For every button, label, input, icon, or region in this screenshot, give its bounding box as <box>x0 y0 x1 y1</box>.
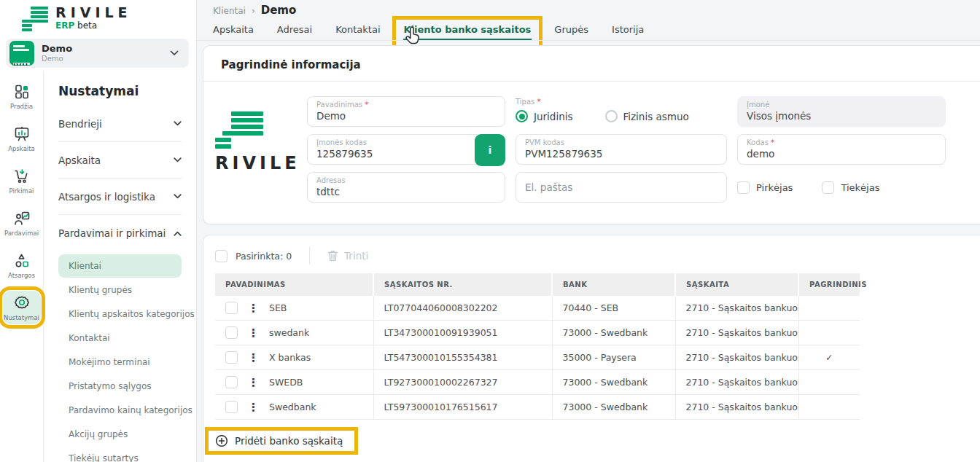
tab-0[interactable]: Apskaita <box>213 24 254 35</box>
pagrindinis-cell <box>798 395 860 420</box>
tab-2[interactable]: Kontaktai <box>335 24 380 35</box>
pirkejas-checkbox[interactable]: Pirkėjas <box>737 181 793 194</box>
kebab-menu-icon[interactable]: ⋮ <box>248 377 259 388</box>
pagrindinis-cell <box>798 321 860 345</box>
menu-section-3[interactable]: Pardavimai ir pirkimai <box>58 215 182 251</box>
table-row: ⋮Swedbank LT597300010176515617 73000 - S… <box>215 395 860 420</box>
table-row: ⋮SEB LT077044060008302202 70440 - SEB 27… <box>215 296 860 321</box>
info-button[interactable]: i <box>475 134 505 166</box>
chevron-icon <box>174 157 182 163</box>
adresas-field[interactable]: Adresas tdttc <box>307 172 505 203</box>
delete-button[interactable]: Trinti <box>327 250 368 262</box>
tab-bar: ApskaitaAdresaiKontaktaiKliento banko są… <box>213 24 644 35</box>
left-sidebar: RIVILE ERP beta IVIL Demo Demo Pradžia A… <box>0 0 197 462</box>
rivile-client-logo-icon <box>215 111 307 149</box>
panel-title: Pagrindinė informacija <box>203 46 980 81</box>
menu-section-0[interactable]: Bendrieji <box>58 106 182 142</box>
pagrindinis-cell <box>798 296 860 321</box>
row-checkbox[interactable] <box>225 351 238 364</box>
client-logo: RIVILE <box>215 96 307 203</box>
sidebar-rail-item-apskaita[interactable]: Apskaita <box>3 122 41 155</box>
menu-section-2[interactable]: Atsargos ir logistika <box>58 179 182 215</box>
menu-items: KlientaiKlientų grupėsKlientų apskaitos … <box>58 254 182 462</box>
menu-item[interactable]: Pardavimo kainų kategorijos <box>58 399 182 422</box>
row-checkbox[interactable] <box>225 401 238 413</box>
table-body: ⋮SEB LT077044060008302202 70440 - SEB 27… <box>215 296 860 420</box>
tabs-divider <box>197 40 980 41</box>
company-selector[interactable]: IVIL Demo Demo <box>6 39 189 68</box>
sidebar-rail-item-pirkimai[interactable]: Pirkimai <box>3 164 41 197</box>
pavadinimas-field[interactable]: Pavadinimas * Demo <box>307 96 505 127</box>
table-row: ⋮SWEDB LT927300010002267327 73000 - Swed… <box>215 370 860 395</box>
general-info-panel: Pagrindinė informacija RIVILE Pavadinima… <box>203 45 980 224</box>
breadcrumb-parent[interactable]: Klientai <box>213 6 246 16</box>
chevron-icon <box>174 121 182 126</box>
kebab-menu-icon[interactable]: ⋮ <box>248 327 259 339</box>
sidebar-rail-item-pradzia[interactable]: Pradžia <box>3 79 41 113</box>
company-sub: Demo <box>42 55 170 63</box>
brand-erp: ERP <box>55 20 74 31</box>
menu-item[interactable]: Mokėjimo terminai <box>58 351 182 374</box>
menu-item[interactable]: Pristatymo sąlygos <box>58 375 182 398</box>
menu-item[interactable]: Tiekėjų sutartys <box>58 447 182 462</box>
col-pavadinimas: PAVADINIMAS <box>215 273 373 296</box>
tab-1[interactable]: Adresai <box>277 24 312 35</box>
col-saskaitos-nr: SĄSKAITOS NR. <box>373 273 552 296</box>
breadcrumb-current: Demo <box>261 4 297 17</box>
shapes-icon <box>13 251 31 270</box>
el-pastas-field[interactable]: El. paštas <box>516 172 727 203</box>
icon-rail: Pradžia Apskaita Pirkimai Pardavimai Ats… <box>0 72 44 462</box>
brand-name: RIVILE <box>55 5 132 20</box>
selected-count: Pasirinkta: 0 <box>236 251 292 262</box>
tab-5[interactable]: Istorija <box>612 24 644 35</box>
kodas-field[interactable]: Kodas * demo <box>737 134 946 165</box>
pagrindinis-cell: ✓ <box>798 345 860 370</box>
breadcrumb-separator-icon: › <box>252 6 255 16</box>
chevron-down-icon <box>170 50 179 56</box>
sidebar-rail-item-atsargos[interactable]: Atsargos <box>3 248 41 282</box>
role-checkboxes: Pirkėjas Tiekėjas <box>737 172 946 203</box>
menu-item[interactable]: Klientų apskaitos kategorijos <box>58 302 182 326</box>
menu-item[interactable]: Klientų grupės <box>58 278 182 302</box>
add-bank-account-button[interactable]: Pridėti banko sąskaitą <box>209 431 354 451</box>
row-checkbox[interactable] <box>225 302 238 314</box>
client-form: Pavadinimas * Demo Tipas * Juridinis Fiz… <box>307 96 946 203</box>
menu-section-1[interactable]: Apskaita <box>58 142 182 179</box>
menu-item[interactable]: Akcijų grupės <box>58 423 182 446</box>
menu-item[interactable]: Kontaktai <box>58 326 182 350</box>
kebab-menu-icon[interactable]: ⋮ <box>248 302 259 314</box>
radio-icon <box>605 110 618 122</box>
chevron-icon <box>174 231 182 236</box>
menu-sections: Bendrieji Apskaita Atsargos ir logistika… <box>58 106 182 251</box>
kebab-menu-icon[interactable]: ⋮ <box>248 352 259 364</box>
sidebar-rail-item-nustatymai[interactable]: Nustatymai <box>3 291 41 324</box>
settings-menu-title: Nustatymai <box>58 84 182 98</box>
checkbox-icon <box>822 181 834 194</box>
row-checkbox[interactable] <box>225 326 238 339</box>
imones-kodas-field[interactable]: Įmonės kodas 125879635 i <box>307 134 505 165</box>
tiekejas-checkbox[interactable]: Tiekėjas <box>822 181 879 194</box>
company-name: Demo <box>42 44 170 55</box>
kebab-menu-icon[interactable]: ⋮ <box>248 402 259 413</box>
row-checkbox[interactable] <box>225 376 238 388</box>
radio-fizinis-asmuo[interactable]: Fizinis asmuo <box>605 110 689 122</box>
sidebar-rail-item-pardavimai[interactable]: Pardavimai <box>3 206 41 240</box>
sales-icon <box>13 209 31 228</box>
menu-item[interactable]: Klientai <box>58 254 182 278</box>
breadcrumb: Klientai › Demo <box>213 4 296 17</box>
bank-accounts-table: PAVADINIMAS SĄSKAITOS NR. BANK SĄSKAITA … <box>215 273 860 420</box>
table-row: ⋮X bankas LT547300010155354381 35000 - P… <box>215 345 860 370</box>
radio-juridinis[interactable]: Juridinis <box>516 110 573 122</box>
company-avatar: IVIL <box>9 41 34 66</box>
pvm-kodas-field[interactable]: PVM kodas PVM125879635 <box>516 134 727 165</box>
checkbox-icon <box>737 181 750 194</box>
table-header-row: PAVADINIMAS SĄSKAITOS NR. BANK SĄSKAITA … <box>215 273 860 296</box>
tab-4[interactable]: Grupės <box>554 24 588 35</box>
select-all-checkbox[interactable] <box>215 250 228 262</box>
pagrindinis-cell <box>798 370 860 395</box>
bank-accounts-panel: Pasirinkta: 0 Trinti PAVADINIMAS SĄSKAIT… <box>203 235 980 462</box>
add-button-highlight: Pridėti banko sąskaitą <box>205 427 358 455</box>
col-pagrindinis: PAGRINDINIS <box>798 273 860 296</box>
table-toolbar: Pasirinkta: 0 Trinti <box>203 235 980 273</box>
dashboard-icon <box>13 82 31 101</box>
